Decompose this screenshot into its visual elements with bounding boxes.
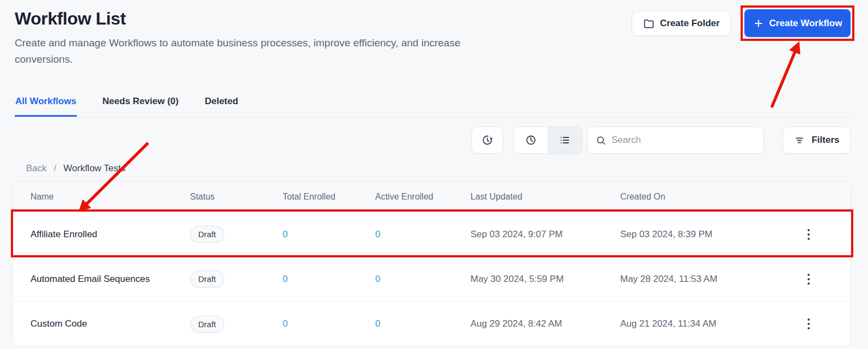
filters-label: Filters bbox=[811, 135, 839, 146]
tab-all-workflows[interactable]: All Workflows bbox=[15, 94, 77, 117]
total-enrolled-link[interactable]: 0 bbox=[283, 318, 288, 329]
filter-icon bbox=[793, 134, 805, 146]
column-header-active-enrolled: Active Enrolled bbox=[372, 192, 470, 202]
filters-button[interactable]: Filters bbox=[783, 127, 851, 154]
create-workflow-button[interactable]: Create Workflow bbox=[744, 9, 851, 37]
create-workflow-label: Create Workflow bbox=[769, 18, 842, 29]
column-header-created-on: Created On bbox=[620, 192, 778, 202]
folder-icon bbox=[643, 18, 655, 29]
list-icon bbox=[558, 134, 571, 147]
total-enrolled-link[interactable]: 0 bbox=[283, 274, 288, 284]
clock-icon bbox=[524, 134, 537, 147]
create-workflow-highlight-box: Create Workflow bbox=[741, 5, 854, 41]
create-folder-label: Create Folder bbox=[660, 18, 720, 29]
workflow-name[interactable]: Automated Email Sequences bbox=[13, 274, 190, 285]
status-badge: Draft bbox=[190, 270, 224, 287]
column-header-status: Status bbox=[190, 192, 280, 202]
breadcrumb-back-link[interactable]: Back bbox=[26, 163, 47, 174]
column-header-last-updated: Last Updated bbox=[470, 192, 620, 202]
view-toggle bbox=[514, 127, 582, 154]
tab-deleted[interactable]: Deleted bbox=[204, 94, 239, 117]
breadcrumb-separator: / bbox=[54, 163, 57, 174]
column-header-name: Name bbox=[13, 192, 190, 202]
workflow-name[interactable]: Custom Code bbox=[13, 318, 190, 329]
created-on-value: May 28 2024, 11:53 AM bbox=[620, 274, 778, 285]
table-row[interactable]: Automated Email Sequences Draft 0 0 May … bbox=[13, 257, 851, 302]
table-header-row: Name Status Total Enrolled Active Enroll… bbox=[13, 182, 851, 212]
view-toggle-list[interactable] bbox=[548, 127, 582, 153]
workflow-table: Name Status Total Enrolled Active Enroll… bbox=[13, 181, 851, 346]
last-updated-value: May 30 2024, 5:59 PM bbox=[470, 274, 620, 285]
search-input[interactable] bbox=[612, 135, 756, 146]
search-icon bbox=[595, 135, 607, 146]
breadcrumb-current-folder: Workflow Tests bbox=[64, 163, 126, 174]
workflow-tabs: All Workflows Needs Review (0) Deleted bbox=[13, 94, 851, 117]
breadcrumb: Back / Workflow Tests bbox=[26, 163, 125, 174]
status-badge: Draft bbox=[190, 316, 224, 333]
search-box bbox=[587, 127, 764, 154]
workflow-name[interactable]: Affiliate Enrolled bbox=[13, 229, 190, 240]
view-toggle-schedule[interactable] bbox=[514, 127, 548, 153]
active-enrolled-link[interactable]: 0 bbox=[375, 274, 380, 284]
active-enrolled-link[interactable]: 0 bbox=[375, 318, 380, 329]
created-on-value: Sep 03 2024, 8:39 PM bbox=[620, 229, 778, 240]
row-menu-button[interactable] bbox=[803, 269, 814, 289]
total-enrolled-link[interactable]: 0 bbox=[283, 229, 288, 239]
last-updated-value: Sep 03 2024, 9:07 PM bbox=[470, 229, 620, 240]
create-folder-button[interactable]: Create Folder bbox=[632, 11, 731, 36]
table-row[interactable]: Custom Code Draft 0 0 Aug 29 2024, 8:42 … bbox=[13, 302, 851, 346]
page-subtitle: Create and manage Workflows to automate … bbox=[15, 35, 521, 68]
tab-needs-review[interactable]: Needs Review (0) bbox=[102, 94, 179, 117]
status-badge: Draft bbox=[190, 226, 224, 243]
column-header-total-enrolled: Total Enrolled bbox=[280, 192, 372, 202]
page-title: Workflow List bbox=[15, 9, 126, 29]
active-enrolled-link[interactable]: 0 bbox=[375, 229, 380, 239]
table-row[interactable]: Affiliate Enrolled Draft 0 0 Sep 03 2024… bbox=[13, 212, 851, 257]
created-on-value: Aug 21 2024, 11:34 AM bbox=[620, 318, 778, 329]
row-menu-button[interactable] bbox=[803, 314, 814, 334]
row-menu-button[interactable] bbox=[803, 225, 814, 244]
clock-history-icon bbox=[481, 134, 494, 147]
last-updated-value: Aug 29 2024, 8:42 AM bbox=[470, 318, 620, 329]
plus-icon bbox=[753, 18, 764, 29]
history-button[interactable] bbox=[472, 127, 503, 154]
